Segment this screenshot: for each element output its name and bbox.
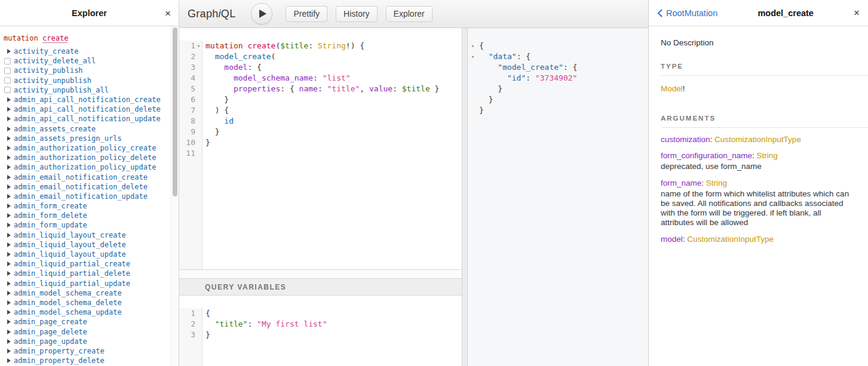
prettify-button[interactable]: Prettify [286, 6, 327, 22]
explorer-field-row[interactable]: admin_liquid_partial_delete [4, 269, 170, 278]
explorer-field-row[interactable]: admin_property_delete [4, 356, 170, 365]
field-label: admin_email_notification_create [14, 173, 148, 182]
argument-type-link[interactable]: String [706, 179, 727, 187]
field-label: admin_liquid_partial_update [14, 279, 130, 288]
operation-name-input[interactable]: create [42, 34, 68, 43]
doc-close-icon[interactable]: × [854, 8, 860, 18]
explorer-field-row[interactable]: activity_create [4, 47, 170, 56]
checkbox-icon[interactable] [4, 77, 11, 84]
explorer-scrollbar-track [171, 26, 179, 366]
execute-button[interactable] [251, 3, 272, 24]
expand-arrow-icon[interactable] [7, 281, 11, 286]
argument-signature: model: CustomizationInputType [661, 235, 856, 244]
expand-arrow-icon[interactable] [7, 291, 11, 296]
expand-arrow-icon[interactable] [7, 310, 11, 315]
query-editor[interactable]: 1▾234567891011 mutation create($title: S… [179, 28, 462, 270]
explorer-toggle-button[interactable]: Explorer [386, 6, 433, 22]
expand-arrow-icon[interactable] [7, 252, 11, 257]
expand-arrow-icon[interactable] [7, 146, 11, 150]
expand-arrow-icon[interactable] [7, 300, 11, 305]
fold-toggle-icon[interactable]: ▾ [470, 41, 476, 51]
explorer-field-row[interactable]: admin_page_update [4, 337, 170, 346]
explorer-field-row[interactable]: admin_api_call_notification_create [4, 95, 170, 104]
checkbox-icon[interactable] [4, 58, 11, 64]
type-name-link[interactable]: Model [661, 84, 683, 93]
code-line: "id": "3734902" [479, 73, 577, 84]
expand-arrow-icon[interactable] [7, 127, 11, 131]
pane-resizer-handle[interactable] [462, 28, 468, 366]
explorer-field-row[interactable]: admin_liquid_layout_delete [4, 240, 170, 250]
explorer-field-row[interactable]: admin_property_create [4, 346, 170, 356]
expand-arrow-icon[interactable] [7, 358, 11, 363]
explorer-field-row[interactable]: admin_model_schema_delete [4, 298, 170, 307]
explorer-field-row[interactable]: admin_email_notification_delete [4, 182, 170, 192]
result-fold-gutter: ▾▾ [468, 41, 476, 366]
explorer-field-row[interactable]: admin_form_update [4, 220, 170, 230]
checkbox-icon[interactable] [4, 67, 11, 74]
argument-description: name of the form which whitelist attribu… [661, 189, 856, 227]
explorer-field-row[interactable]: admin_form_create [4, 201, 170, 211]
expand-arrow-icon[interactable] [7, 165, 11, 170]
expand-arrow-icon[interactable] [7, 204, 11, 208]
argument-type-link[interactable]: CustomizationInputType [687, 235, 774, 244]
expand-arrow-icon[interactable] [7, 213, 11, 218]
argument-type-link[interactable]: CustomizationInputType [714, 135, 801, 144]
explorer-field-row[interactable]: activity_unpublish [4, 76, 170, 85]
variables-editor[interactable]: 123 { "title": "My first list"} [179, 296, 462, 366]
explorer-field-row[interactable]: admin_authorization_policy_create [4, 143, 170, 153]
explorer-field-row[interactable]: admin_authorization_policy_delete [4, 153, 170, 162]
expand-arrow-icon[interactable] [7, 194, 11, 199]
explorer-field-list: mutation create activity_createactivity_… [0, 26, 179, 366]
expand-arrow-icon[interactable] [7, 339, 11, 344]
explorer-field-row[interactable]: admin_authorization_policy_update [4, 162, 170, 172]
expand-arrow-icon[interactable] [7, 175, 11, 180]
expand-arrow-icon[interactable] [7, 349, 11, 353]
explorer-field-row[interactable]: admin_page_delete [4, 327, 170, 336]
code-line: } [479, 84, 577, 94]
explorer-close-icon[interactable]: × [165, 8, 171, 18]
expand-arrow-icon[interactable] [7, 136, 11, 141]
explorer-field-row[interactable]: admin_assets_presign_urls [4, 134, 170, 143]
expand-arrow-icon[interactable] [7, 49, 11, 54]
expand-arrow-icon[interactable] [7, 330, 11, 334]
explorer-field-row[interactable]: admin_liquid_partial_create [4, 259, 170, 269]
expand-arrow-icon[interactable] [7, 233, 11, 238]
expand-arrow-icon[interactable] [7, 271, 11, 276]
explorer-field-row[interactable]: admin_model_schema_create [4, 288, 170, 298]
explorer-field-row[interactable]: activity_unpublish_all [4, 85, 170, 95]
explorer-field-row[interactable]: admin_api_call_notification_delete [4, 104, 170, 114]
explorer-field-row[interactable]: activity_delete_all [4, 56, 170, 66]
expand-arrow-icon[interactable] [7, 262, 11, 266]
expand-arrow-icon[interactable] [7, 184, 11, 189]
explorer-field-row[interactable]: admin_liquid_layout_create [4, 230, 170, 240]
explorer-field-row[interactable]: admin_liquid_partial_update [4, 279, 170, 288]
explorer-field-row[interactable]: activity_publish [4, 66, 170, 75]
expand-arrow-icon[interactable] [7, 116, 11, 121]
explorer-field-row[interactable]: admin_email_notification_update [4, 192, 170, 201]
explorer-field-row[interactable]: admin_email_notification_create [4, 172, 170, 182]
checkbox-icon[interactable] [4, 87, 11, 93]
argument-type-link[interactable]: String [757, 151, 778, 160]
fold-toggle-icon[interactable]: ▾ [470, 51, 476, 62]
code-line: } [206, 330, 327, 340]
doc-explorer-panel: RootMutation model_create × No Descripti… [648, 0, 868, 366]
explorer-field-row[interactable]: admin_api_call_notification_update [4, 114, 170, 124]
doc-body: No Description TYPE Model! ARGUMENTS cus… [649, 26, 868, 244]
expand-arrow-icon[interactable] [7, 97, 11, 102]
expand-arrow-icon[interactable] [7, 223, 11, 227]
explorer-field-row[interactable]: admin_liquid_layout_update [4, 250, 170, 259]
fold-toggle-icon[interactable]: ▾ [195, 41, 202, 51]
expand-arrow-icon[interactable] [7, 107, 11, 112]
explorer-field-row[interactable]: admin_page_create [4, 317, 170, 327]
explorer-field-row[interactable]: admin_form_delete [4, 211, 170, 220]
explorer-field-row[interactable]: admin_model_schema_update [4, 307, 170, 317]
expand-arrow-icon[interactable] [7, 155, 11, 160]
explorer-field-row[interactable]: admin_assets_create [4, 124, 170, 134]
explorer-scrollbar-thumb[interactable] [173, 27, 177, 196]
query-variables-header[interactable]: QUERY VARIABLES [179, 278, 462, 296]
doc-header: RootMutation model_create × [649, 0, 868, 26]
expand-arrow-icon[interactable] [7, 319, 11, 324]
history-button[interactable]: History [336, 6, 378, 22]
expand-arrow-icon[interactable] [7, 242, 11, 247]
doc-back-link[interactable]: RootMutation [657, 8, 717, 18]
